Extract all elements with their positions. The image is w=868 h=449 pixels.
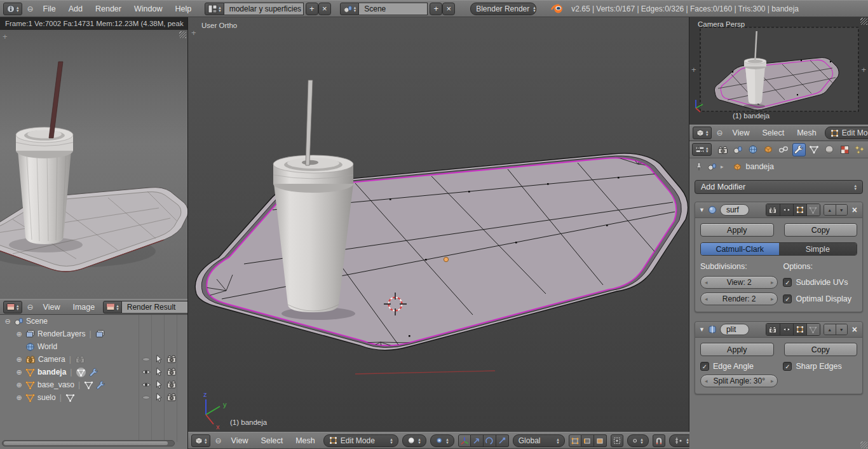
image-browse-button[interactable]: ▴ ▾	[103, 301, 122, 314]
restrict-view-eye-icon[interactable]	[141, 392, 151, 403]
subdivide-uvs-checkbox[interactable]: ✓	[783, 278, 792, 287]
transform-orientation-select[interactable]: Global ▴ ▾	[513, 434, 565, 447]
screen-layout-browse-button[interactable]: ▴ ▾	[205, 3, 224, 15]
tab-texture[interactable]	[838, 143, 851, 156]
scrollbar-thumb[interactable]	[4, 441, 168, 445]
camera-viewport[interactable]: Camera Persp (1) bandeja + +	[689, 17, 868, 125]
modifier-move-up-button[interactable]: ▲	[824, 324, 836, 335]
mesh-data-icon[interactable]	[65, 393, 75, 403]
manipulator-scale[interactable]	[496, 434, 509, 447]
limit-selection-visible-toggle[interactable]	[611, 434, 623, 447]
pin-icon[interactable]	[695, 162, 703, 171]
add-modifier-dropdown[interactable]: Add Modifier ▴ ▾	[695, 180, 863, 194]
tab-object-data[interactable]	[808, 143, 821, 156]
menu-select[interactable]: Select	[256, 436, 287, 445]
corner-resize-grip[interactable]	[179, 31, 186, 38]
outliner-item-renderlayers[interactable]: RenderLayers	[37, 329, 85, 338]
outliner-item-bandeja[interactable]: bandeja	[37, 368, 66, 376]
modifier-render-toggle-camera-icon[interactable]	[766, 204, 780, 216]
expand-toggle[interactable]: ⊕	[15, 356, 23, 364]
manipulator-translate[interactable]	[471, 434, 484, 447]
optimal-display-checkbox[interactable]: ✓	[783, 294, 792, 303]
apply-button[interactable]: Apply	[700, 223, 774, 237]
vertex-select-mode[interactable]	[569, 434, 581, 447]
collapse-menu-icon[interactable]: ⊖	[715, 128, 724, 137]
menu-help[interactable]: Help	[170, 4, 196, 13]
outliner-item-base-vaso[interactable]: base_vaso	[37, 380, 74, 389]
edge-angle-checkbox[interactable]: ✓	[700, 362, 709, 371]
restrict-render-camera-icon[interactable]	[166, 367, 177, 377]
editor-type-selector-properties[interactable]: ▴ ▾	[692, 143, 712, 156]
catmull-clark-button[interactable]: Catmull-Clark	[701, 243, 779, 255]
apply-button[interactable]: Apply	[700, 343, 774, 356]
menu-add[interactable]: Add	[64, 4, 87, 13]
expand-toggle[interactable]: ⊕	[15, 368, 23, 376]
manipulator-toggle[interactable]	[458, 434, 471, 447]
tab-particles[interactable]	[853, 143, 867, 156]
tab-scene[interactable]	[731, 143, 745, 156]
scene-browse-button[interactable]: ▴ ▾	[340, 3, 360, 15]
scene-icon[interactable]	[707, 162, 717, 171]
renderlayer-data-icon[interactable]	[95, 329, 105, 338]
tab-constraints[interactable]	[777, 143, 790, 156]
restrict-view-eye-icon[interactable]	[141, 354, 151, 364]
stepper-right-icon[interactable]: ▸	[771, 296, 774, 302]
snap-element-select[interactable]: ▴ ▾	[669, 434, 689, 447]
breadcrumb-object-name[interactable]: bandeja	[746, 162, 775, 171]
stepper-right-icon[interactable]: ▸	[771, 378, 774, 384]
editor-type-selector-image[interactable]: ▴ ▾	[3, 301, 22, 314]
tab-object[interactable]	[762, 143, 775, 156]
menu-image[interactable]: Image	[68, 303, 99, 312]
modifier-editmode-toggle-icon[interactable]	[793, 204, 806, 216]
face-select-mode[interactable]	[594, 434, 607, 447]
editor-type-selector-info[interactable]: ▴ ▾	[3, 3, 22, 15]
modifier-editmode-toggle-icon[interactable]	[793, 324, 806, 335]
menu-mesh[interactable]: Mesh	[792, 128, 821, 137]
corner-resize-grip[interactable]	[860, 441, 867, 448]
collapse-menu-icon[interactable]: ⊖	[214, 436, 223, 445]
region-split-plus-icon[interactable]: +	[3, 34, 8, 40]
viewport-3d[interactable]: z y x User Ortho (1) bandeja +	[188, 17, 689, 432]
mode-select[interactable]: Edit Mode	[825, 127, 868, 139]
modifier-move-up-button[interactable]: ▲	[824, 205, 836, 215]
image-editor-region[interactable]: Frame:1 Ve:7002 Fa:14731 Mem:12.23M (4.3…	[0, 17, 187, 299]
mesh-data-icon[interactable]	[84, 380, 93, 390]
modifier-delete-icon[interactable]: ×	[851, 324, 858, 335]
modifier-cage-toggle-icon[interactable]	[806, 324, 820, 335]
copy-button[interactable]: Copy	[784, 223, 858, 237]
delete-screen-button[interactable]: ×	[318, 3, 331, 15]
modifier-header[interactable]: ▼ surf ▲ ▼ ×	[695, 202, 862, 218]
outliner-region[interactable]: ⊖ Scene ⊕ RenderLayers | World ⊕ Camera …	[0, 315, 187, 449]
stepper-left-icon[interactable]: ◂	[705, 279, 708, 286]
corner-resize-grip[interactable]	[860, 18, 867, 25]
screen-name-field[interactable]: modelar y superficies	[224, 3, 304, 15]
expand-toggle[interactable]: ⊕	[15, 330, 23, 338]
region-split-plus-icon[interactable]: +	[691, 67, 696, 73]
manipulator-rotate[interactable]	[484, 434, 496, 447]
restrict-select-cursor-icon[interactable]	[154, 367, 164, 377]
modifier-name-field[interactable]: plit	[720, 324, 749, 335]
edge-select-mode[interactable]	[581, 434, 594, 447]
collapse-menu-icon[interactable]: ⊖	[26, 4, 35, 13]
modifier-view-toggle-eye-icon[interactable]	[780, 204, 793, 216]
image-name-field[interactable]: Render Result	[122, 301, 187, 314]
restrict-select-cursor-icon[interactable]	[154, 354, 164, 364]
delete-scene-button[interactable]: ×	[442, 3, 455, 15]
expand-toggle[interactable]: ⊕	[15, 381, 23, 389]
viewport-shading-select[interactable]: ▴ ▾	[402, 434, 426, 447]
outliner-item-scene[interactable]: Scene	[26, 317, 48, 326]
restrict-render-camera-icon[interactable]	[166, 354, 177, 364]
restrict-select-cursor-icon[interactable]	[154, 380, 164, 390]
wrench-modifier-icon[interactable]	[89, 368, 98, 377]
tab-world[interactable]	[747, 143, 760, 156]
modifier-render-toggle-camera-icon[interactable]	[766, 324, 780, 335]
panel-expand-icon[interactable]: ▼	[699, 207, 705, 213]
proportional-edit-select[interactable]: ▴ ▾	[627, 434, 649, 447]
modifier-name-field[interactable]: surf	[720, 204, 749, 216]
expand-toggle[interactable]: ⊕	[15, 394, 23, 402]
stepper-left-icon[interactable]: ◂	[705, 378, 708, 384]
render-engine-select[interactable]: Blender Render ▴ ▾	[470, 3, 536, 15]
modifier-move-down-button[interactable]: ▼	[836, 205, 847, 215]
copy-button[interactable]: Copy	[784, 343, 858, 356]
sharp-edges-checkbox[interactable]: ✓	[783, 362, 792, 371]
